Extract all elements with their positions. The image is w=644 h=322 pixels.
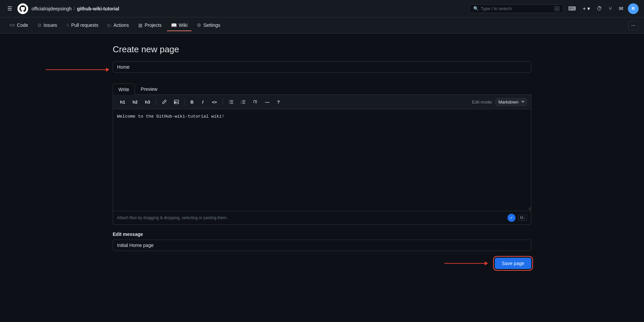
edit-mode-label: Edit mode:: [472, 100, 493, 105]
editor-wrapper: Welcome to the GitHub-wiki-tutorial wiki…: [113, 109, 531, 225]
tab-settings[interactable]: ⚙ Settings: [193, 20, 224, 31]
page-name-input[interactable]: [113, 61, 531, 73]
search-placeholder: Type / to search: [481, 6, 512, 11]
toolbar-h1[interactable]: h1: [117, 98, 128, 106]
toolbar-unordered-list[interactable]: [226, 98, 236, 106]
editor-footer: Attach files by dragging & dropping, sel…: [113, 211, 531, 224]
tab-code-label: Code: [17, 22, 28, 28]
breadcrumb-repo[interactable]: github-wiki-tutorial: [77, 6, 119, 11]
toolbar-hr[interactable]: —: [262, 98, 272, 106]
toolbar-code[interactable]: <>: [209, 98, 220, 106]
create-button[interactable]: + ▾: [581, 4, 592, 13]
terminal-button[interactable]: ⌨: [566, 4, 578, 13]
toolbar-bold[interactable]: B: [187, 98, 197, 106]
toolbar-help[interactable]: ?: [274, 98, 283, 106]
toolbar-link[interactable]: [159, 98, 170, 106]
save-page-button[interactable]: Save page: [495, 258, 531, 269]
github-logo[interactable]: [17, 3, 28, 14]
edit-message-input[interactable]: [113, 240, 531, 251]
toolbar-sep-2: [184, 99, 185, 105]
toolbar-italic[interactable]: I: [198, 98, 208, 106]
wiki-icon: 📖: [171, 22, 177, 28]
code-icon: <>: [9, 22, 15, 28]
projects-icon: ▦: [138, 22, 143, 28]
tab-projects-label: Projects: [145, 22, 162, 28]
markdown-icon: M↓: [518, 215, 527, 221]
repo-tabs: <> Code ⊙ Issues ⑂ Pull requests ▷ Actio…: [0, 17, 644, 34]
pull-requests-icon: ⑂: [66, 22, 69, 28]
breadcrumb-user[interactable]: officialrajdeepsingh: [32, 6, 72, 11]
breadcrumb: officialrajdeepsingh / github-wiki-tutor…: [32, 6, 119, 11]
tab-actions-label: Actions: [113, 22, 129, 28]
toolbar-image[interactable]: [171, 98, 182, 106]
tab-issues[interactable]: ⊙ Issues: [34, 20, 61, 31]
attach-hint: Attach files by dragging & dropping, sel…: [117, 215, 228, 220]
editor-textarea[interactable]: Welcome to the GitHub-wiki-tutorial wiki…: [113, 109, 531, 210]
toolbar-h2[interactable]: h2: [129, 98, 141, 106]
inbox-button[interactable]: ✉: [617, 4, 625, 13]
save-arrow-head: [485, 261, 488, 265]
issues-icon: ⊙: [38, 22, 42, 28]
toolbar-sep-3: [223, 99, 223, 105]
tab-write[interactable]: Write: [113, 83, 135, 95]
actions-icon: ▷: [108, 22, 111, 28]
page-title: Create new page: [113, 44, 531, 55]
tab-code[interactable]: <> Code: [5, 20, 32, 31]
tab-more-button[interactable]: ···: [628, 21, 639, 30]
check-icon: ✓: [507, 214, 516, 222]
tab-preview[interactable]: Preview: [135, 83, 163, 94]
nav-right: 🔍 Type / to search / ⌨ + ▾ ⏱ ⑂ ✉ R: [470, 3, 639, 14]
main-content: Create new page Write Preview h1 h2 h3 B…: [107, 34, 537, 289]
edit-mode-select[interactable]: Markdown AsciiDoc MediaWiki Org Pod RDoc…: [495, 98, 527, 106]
arrow-to-save: [444, 261, 488, 265]
nav-left: ☰ officialrajdeepsingh / github-wiki-tut…: [5, 3, 466, 14]
search-kbd: /: [554, 6, 560, 11]
tab-settings-label: Settings: [203, 22, 220, 28]
arrow-head: [106, 68, 109, 72]
submit-row: Save page: [113, 258, 531, 269]
search-box[interactable]: 🔍 Type / to search /: [470, 4, 564, 13]
editor-toolbar: h1 h2 h3 B I <> — ? Edit mode: Markdown: [113, 95, 531, 109]
tab-pull-requests[interactable]: ⑂ Pull requests: [62, 20, 102, 31]
page-name-section: [113, 61, 531, 78]
toolbar-h3[interactable]: h3: [142, 98, 153, 106]
notifications-timer[interactable]: ⏱: [595, 4, 604, 13]
arrow-line: [46, 69, 106, 70]
arrow-to-input: [46, 68, 109, 72]
tab-wiki-label: Wiki: [179, 22, 187, 28]
fork-button[interactable]: ⑂: [607, 4, 614, 13]
top-nav: ☰ officialrajdeepsingh / github-wiki-tut…: [0, 0, 644, 17]
tab-projects[interactable]: ▦ Projects: [134, 20, 166, 31]
tab-pull-requests-label: Pull requests: [71, 22, 98, 28]
toolbar-right: Edit mode: Markdown AsciiDoc MediaWiki O…: [472, 98, 527, 106]
toolbar-indent[interactable]: [250, 98, 261, 106]
save-arrow-line: [444, 263, 485, 264]
avatar[interactable]: R: [628, 3, 639, 14]
settings-icon: ⚙: [197, 22, 201, 28]
tab-issues-label: Issues: [44, 22, 57, 28]
hamburger-button[interactable]: ☰: [5, 4, 14, 13]
tab-actions[interactable]: ▷ Actions: [104, 20, 133, 31]
toolbar-sep-1: [156, 99, 156, 105]
search-icon: 🔍: [473, 6, 479, 11]
tab-wiki[interactable]: 📖 Wiki: [167, 20, 192, 31]
editor-footer-icons: ✓ M↓: [507, 214, 527, 222]
breadcrumb-separator: /: [74, 6, 75, 11]
editor-tabs: Write Preview: [113, 83, 531, 95]
edit-message-label: Edit message: [113, 232, 531, 237]
toolbar-ordered-list[interactable]: [238, 98, 249, 106]
